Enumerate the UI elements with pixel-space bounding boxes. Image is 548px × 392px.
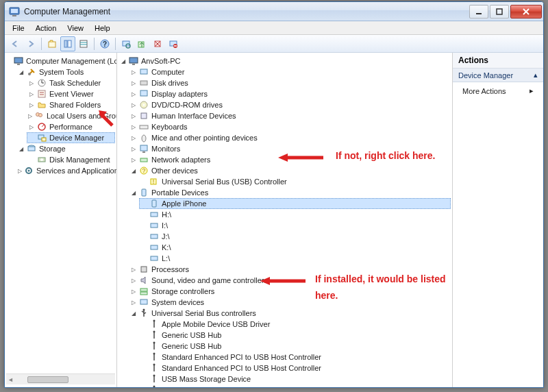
nav-root[interactable]: ▷ Computer Management (Local [6, 56, 115, 66]
expand-icon[interactable]: ▷ [130, 145, 137, 152]
dev-monitors[interactable]: ▷Monitors [129, 143, 451, 154]
svg-rect-7 [49, 42, 55, 47]
nav-services-apps[interactable]: ▷Services and Applications [16, 165, 115, 176]
svg-point-51 [143, 104, 145, 106]
nav-device-manager[interactable]: ▷Device Manager [27, 132, 115, 143]
collapse-icon[interactable]: ◢ [18, 145, 25, 152]
dev-drive-k[interactable]: ▷K:\ [139, 242, 451, 253]
expand-icon[interactable]: ▷ [130, 266, 137, 273]
label: Storage [38, 145, 66, 153]
horizontal-scrollbar[interactable]: ◄ [6, 373, 115, 384]
dev-processors[interactable]: ▷Processors [129, 264, 451, 275]
device-tree[interactable]: ◢AnvSoft-PC ▷Computer ▷Disk drives ▷Disp… [119, 56, 451, 387]
dev-iphone[interactable]: ▷Apple iPhone [139, 198, 451, 209]
dev-root-hub[interactable]: ▷USB Root Hub [139, 384, 451, 387]
expand-icon[interactable]: ▷ [130, 112, 137, 119]
expand-icon[interactable]: ▷ [130, 288, 137, 295]
nav-tree[interactable]: ▷ Computer Management (Local ◢ System To… [6, 56, 115, 373]
dev-drive-l[interactable]: ▷L:\ [139, 253, 451, 264]
dev-mice[interactable]: ▷Mice and other pointing devices [129, 132, 451, 143]
expand-icon[interactable]: ▷ [130, 123, 137, 130]
nav-local-users[interactable]: ▷Local Users and Groups [27, 110, 115, 121]
collapse-icon[interactable]: ◢ [120, 58, 127, 64]
uninstall-button[interactable] [150, 36, 165, 51]
dev-generic-hub[interactable]: ▷Generic USB Hub [139, 330, 451, 341]
actions-section[interactable]: Device Manager ▴ [453, 69, 543, 82]
label: L:\ [161, 254, 171, 262]
dev-hid[interactable]: ▷Human Interface Devices [129, 110, 451, 121]
expand-icon[interactable]: ▷ [130, 69, 137, 75]
dev-usb-mass-storage[interactable]: ▷USB Mass Storage Device [139, 373, 451, 384]
dev-root[interactable]: ◢AnvSoft-PC [119, 56, 451, 66]
help-button[interactable]: ? [97, 36, 112, 51]
label: Generic USB Hub [161, 342, 222, 350]
dev-system[interactable]: ▷System devices [129, 297, 451, 308]
dev-network[interactable]: ▷Network adapters [129, 154, 451, 165]
collapse-icon[interactable]: ◢ [130, 310, 137, 317]
collapse-icon[interactable]: ◢ [130, 167, 137, 174]
nav-shared-folders[interactable]: ▷Shared Folders [27, 99, 115, 110]
nav-task-scheduler[interactable]: ▷Task Scheduler [27, 77, 115, 88]
nav-pane[interactable]: ▷ Computer Management (Local ◢ System To… [5, 53, 117, 387]
expand-icon[interactable]: ▷ [130, 134, 137, 141]
nav-system-tools[interactable]: ◢ System Tools [16, 66, 115, 77]
expand-icon[interactable]: ▷ [18, 167, 22, 174]
actions-more[interactable]: More Actions ▸ [453, 82, 543, 99]
nav-event-viewer[interactable]: ▷Event Viewer [27, 88, 115, 99]
svg-rect-24 [14, 58, 23, 63]
dev-drive-h[interactable]: ▷H:\ [139, 209, 451, 220]
menu-file[interactable]: File [8, 23, 29, 34]
dev-sound[interactable]: ▷Sound, video and game controllers [129, 275, 451, 286]
forward-button[interactable] [23, 36, 38, 51]
expand-icon[interactable]: ▷ [130, 277, 137, 284]
dev-ehci[interactable]: ▷Standard Enhanced PCI to USB Host Contr… [139, 363, 451, 373]
expand-icon[interactable]: ▷ [28, 123, 35, 130]
expand-icon[interactable]: ▷ [130, 79, 137, 86]
disable-button[interactable] [166, 36, 181, 51]
expand-icon[interactable]: ▷ [130, 156, 137, 163]
dev-drive-i[interactable]: ▷I:\ [139, 220, 451, 231]
dev-keyboards[interactable]: ▷Keyboards [129, 121, 451, 132]
scroll-thumb[interactable] [27, 376, 68, 383]
properties-button[interactable] [76, 36, 91, 51]
main-pane[interactable]: ◢AnvSoft-PC ▷Computer ▷Disk drives ▷Disp… [117, 53, 453, 387]
nav-performance[interactable]: ▷Performance [27, 121, 115, 132]
dev-usb-controllers[interactable]: ◢Universal Serial Bus controllers [129, 308, 451, 319]
dev-display[interactable]: ▷Display adapters [129, 88, 451, 99]
titlebar[interactable]: Computer Management [5, 2, 543, 21]
dev-drive-j[interactable]: ▷J:\ [139, 231, 451, 242]
up-button[interactable] [45, 36, 60, 51]
maximize-button[interactable] [490, 5, 509, 19]
menu-action[interactable]: Action [31, 23, 62, 34]
update-driver-button[interactable] [134, 36, 149, 51]
nav-storage[interactable]: ◢Storage [16, 143, 115, 154]
back-button[interactable] [8, 36, 23, 51]
expand-icon[interactable]: ▷ [28, 101, 35, 108]
minimize-button[interactable] [469, 5, 488, 19]
expand-icon[interactable]: ▷ [130, 101, 137, 108]
dev-storage-ctrl[interactable]: ▷Storage controllers [129, 286, 451, 297]
collapse-icon[interactable]: ◢ [18, 69, 25, 75]
close-button[interactable] [510, 5, 542, 19]
show-tree-button[interactable] [60, 36, 75, 51]
dev-other-usb[interactable]: ▷!Universal Serial Bus (USB) Controller [139, 176, 451, 187]
dev-computer[interactable]: ▷Computer [129, 66, 451, 77]
dev-dvd[interactable]: ▷DVD/CD-ROM drives [129, 99, 451, 110]
dev-other[interactable]: ◢?Other devices [129, 165, 451, 176]
menu-help[interactable]: Help [90, 23, 115, 34]
dev-generic-hub[interactable]: ▷Generic USB Hub [139, 341, 451, 352]
dev-apple-usb-driver[interactable]: ▷Apple Mobile Device USB Driver [139, 319, 451, 330]
expand-icon[interactable]: ▷ [28, 90, 35, 97]
expand-icon[interactable]: ▷ [130, 90, 137, 97]
expand-icon[interactable]: ▷ [28, 112, 32, 119]
nav-disk-mgmt[interactable]: ▷Disk Management [27, 154, 115, 165]
menu-view[interactable]: View [62, 23, 88, 34]
collapse-icon[interactable]: ◢ [130, 189, 137, 196]
expand-icon[interactable]: ▷ [28, 79, 35, 86]
dev-disk-drives[interactable]: ▷Disk drives [129, 77, 451, 88]
dev-portable[interactable]: ◢Portable Devices [129, 187, 451, 198]
dev-ehci[interactable]: ▷Standard Enhanced PCI to USB Host Contr… [139, 352, 451, 363]
expand-icon[interactable]: ▷ [130, 299, 137, 306]
label: Human Interface Devices [151, 112, 237, 120]
scan-button[interactable] [119, 36, 134, 51]
